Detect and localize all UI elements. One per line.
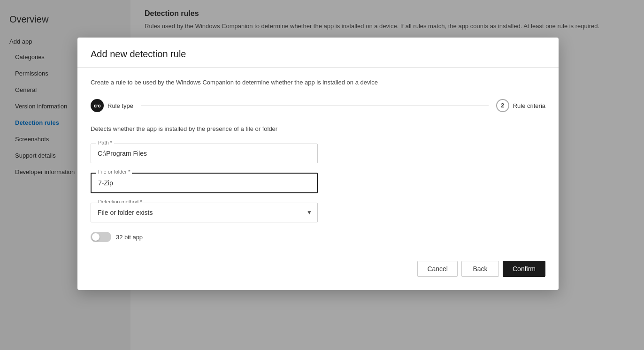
file-folder-input[interactable] [91,173,318,193]
modal-dialog: Add new detection rule Create a rule to … [77,38,559,290]
modal-footer: Cancel Back Confirm [77,253,559,290]
step-1: cro Rule type [91,99,133,112]
toggle-label: 32 bit app [116,234,143,241]
step-1-circle: cro [91,99,104,112]
step-2-circle: 2 [496,99,509,112]
path-field: Path * [91,144,545,163]
32bit-toggle[interactable] [91,232,111,242]
modal-body: Create a rule to be used by the Windows … [77,68,559,253]
modal-title: Add new detection rule [91,49,545,60]
steps-row: cro Rule type 2 Rule criteria [91,99,545,112]
cancel-button[interactable]: Cancel [417,261,458,277]
modal-header: Add new detection rule [77,38,559,68]
path-input[interactable] [91,144,318,163]
step-1-label: Rule type [107,102,133,109]
file-folder-field: File or folder * [91,173,545,193]
toggle-row: 32 bit app [91,232,545,242]
detection-method-select[interactable]: File or folder exists File or folder doe… [91,203,318,222]
toggle-thumb [92,233,100,241]
confirm-button[interactable]: Confirm [503,261,545,277]
path-label: Path * [96,140,114,145]
detection-method-field: Detection method * File or folder exists… [91,203,545,222]
step-2: 2 Rule criteria [496,99,545,112]
detection-method-select-wrap: File or folder exists File or folder doe… [91,203,318,222]
step-divider [141,106,489,106]
file-folder-label: File or folder * [96,169,132,175]
detection-subtitle: Detects whether the app is installed by … [91,125,545,132]
modal-description: Create a rule to be used by the Windows … [91,79,545,86]
back-button[interactable]: Back [461,261,499,277]
step-2-label: Rule criteria [513,102,545,109]
